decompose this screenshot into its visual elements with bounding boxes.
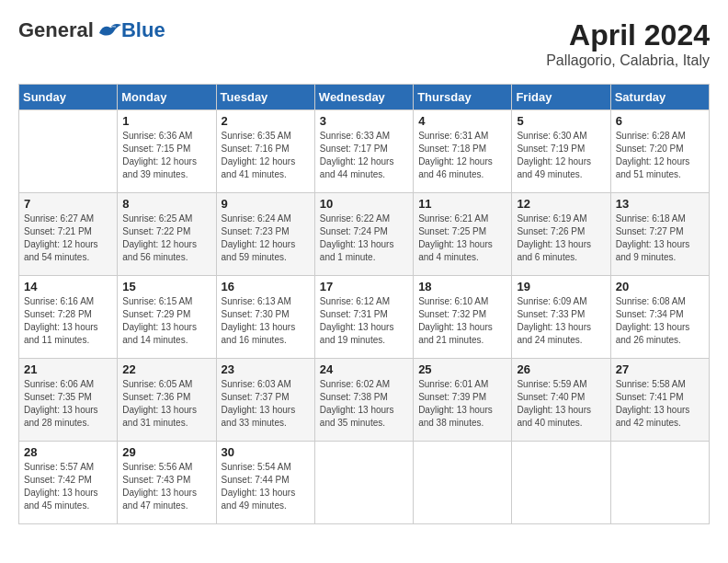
col-header-friday: Friday bbox=[512, 85, 610, 110]
cell-info: Sunrise: 6:02 AMSunset: 7:38 PMDaylight:… bbox=[320, 378, 408, 430]
day-number: 7 bbox=[24, 197, 112, 211]
calendar-cell: 1Sunrise: 6:36 AMSunset: 7:15 PMDaylight… bbox=[118, 110, 216, 193]
calendar-week-3: 14Sunrise: 6:16 AMSunset: 7:28 PMDayligh… bbox=[19, 276, 710, 359]
calendar-cell: 9Sunrise: 6:24 AMSunset: 7:23 PMDaylight… bbox=[216, 193, 314, 276]
calendar-cell: 10Sunrise: 6:22 AMSunset: 7:24 PMDayligh… bbox=[314, 193, 413, 276]
cell-info: Sunrise: 6:09 AMSunset: 7:33 PMDaylight:… bbox=[517, 295, 605, 347]
day-number: 4 bbox=[418, 114, 506, 128]
day-number: 30 bbox=[222, 445, 310, 459]
calendar-cell: 7Sunrise: 6:27 AMSunset: 7:21 PMDaylight… bbox=[19, 193, 118, 276]
calendar-cell: 8Sunrise: 6:25 AMSunset: 7:22 PMDaylight… bbox=[118, 193, 216, 276]
day-number: 16 bbox=[222, 280, 310, 293]
day-number: 23 bbox=[222, 362, 310, 376]
calendar-cell: 15Sunrise: 6:15 AMSunset: 7:29 PMDayligh… bbox=[118, 276, 216, 359]
col-header-saturday: Saturday bbox=[610, 85, 709, 110]
cell-info: Sunrise: 6:08 AMSunset: 7:34 PMDaylight:… bbox=[616, 295, 704, 347]
day-number: 10 bbox=[320, 197, 408, 211]
logo-general: General bbox=[18, 18, 94, 42]
calendar-cell: 30Sunrise: 5:54 AMSunset: 7:44 PMDayligh… bbox=[216, 442, 314, 524]
calendar-cell: 22Sunrise: 6:05 AMSunset: 7:36 PMDayligh… bbox=[118, 359, 216, 442]
calendar-cell: 13Sunrise: 6:18 AMSunset: 7:27 PMDayligh… bbox=[610, 193, 709, 276]
cell-info: Sunrise: 6:22 AMSunset: 7:24 PMDaylight:… bbox=[320, 213, 408, 264]
day-number: 12 bbox=[517, 197, 605, 211]
day-number: 17 bbox=[320, 280, 408, 293]
day-number: 28 bbox=[24, 445, 112, 459]
day-number: 14 bbox=[24, 280, 112, 293]
cell-info: Sunrise: 6:12 AMSunset: 7:31 PMDaylight:… bbox=[320, 295, 408, 347]
calendar-table: SundayMondayTuesdayWednesdayThursdayFrid… bbox=[18, 84, 710, 524]
calendar-cell: 11Sunrise: 6:21 AMSunset: 7:25 PMDayligh… bbox=[414, 193, 512, 276]
calendar-cell: 18Sunrise: 6:10 AMSunset: 7:32 PMDayligh… bbox=[414, 276, 512, 359]
cell-info: Sunrise: 5:56 AMSunset: 7:43 PMDaylight:… bbox=[122, 461, 210, 512]
cell-info: Sunrise: 5:59 AMSunset: 7:40 PMDaylight:… bbox=[517, 378, 605, 430]
day-number: 1 bbox=[122, 114, 210, 128]
page-header: General Blue April 2024 Pallagorio, Cala… bbox=[18, 18, 710, 69]
col-header-monday: Monday bbox=[118, 85, 216, 110]
cell-info: Sunrise: 6:35 AMSunset: 7:16 PMDaylight:… bbox=[222, 130, 310, 181]
day-number: 15 bbox=[122, 280, 210, 293]
col-header-tuesday: Tuesday bbox=[216, 85, 314, 110]
cell-info: Sunrise: 6:10 AMSunset: 7:32 PMDaylight:… bbox=[418, 295, 506, 347]
cell-info: Sunrise: 6:27 AMSunset: 7:21 PMDaylight:… bbox=[24, 213, 112, 264]
cell-info: Sunrise: 6:25 AMSunset: 7:22 PMDaylight:… bbox=[122, 213, 210, 264]
cell-info: Sunrise: 5:57 AMSunset: 7:42 PMDaylight:… bbox=[24, 461, 112, 512]
day-number: 3 bbox=[320, 114, 408, 128]
day-number: 5 bbox=[517, 114, 605, 128]
calendar-week-5: 28Sunrise: 5:57 AMSunset: 7:42 PMDayligh… bbox=[19, 442, 710, 524]
cell-info: Sunrise: 6:33 AMSunset: 7:17 PMDaylight:… bbox=[320, 130, 408, 181]
cell-info: Sunrise: 5:54 AMSunset: 7:44 PMDaylight:… bbox=[222, 461, 310, 512]
day-number: 11 bbox=[418, 197, 506, 211]
calendar-week-2: 7Sunrise: 6:27 AMSunset: 7:21 PMDaylight… bbox=[19, 193, 710, 276]
calendar-header-row: SundayMondayTuesdayWednesdayThursdayFrid… bbox=[19, 85, 710, 110]
calendar-cell: 2Sunrise: 6:35 AMSunset: 7:16 PMDaylight… bbox=[216, 110, 314, 193]
calendar-cell: 4Sunrise: 6:31 AMSunset: 7:18 PMDaylight… bbox=[414, 110, 512, 193]
col-header-thursday: Thursday bbox=[414, 85, 512, 110]
day-number: 29 bbox=[122, 445, 210, 459]
location-subtitle: Pallagorio, Calabria, Italy bbox=[546, 52, 710, 69]
calendar-cell: 25Sunrise: 6:01 AMSunset: 7:39 PMDayligh… bbox=[414, 359, 512, 442]
day-number: 18 bbox=[418, 280, 506, 293]
day-number: 20 bbox=[616, 280, 704, 293]
day-number: 13 bbox=[616, 197, 704, 211]
day-number: 8 bbox=[122, 197, 210, 211]
day-number: 24 bbox=[320, 362, 408, 376]
calendar-cell bbox=[414, 442, 512, 524]
cell-info: Sunrise: 6:19 AMSunset: 7:26 PMDaylight:… bbox=[517, 213, 605, 264]
month-year-title: April 2024 bbox=[546, 18, 710, 52]
cell-info: Sunrise: 6:18 AMSunset: 7:27 PMDaylight:… bbox=[616, 213, 704, 264]
calendar-cell: 19Sunrise: 6:09 AMSunset: 7:33 PMDayligh… bbox=[512, 276, 610, 359]
calendar-week-4: 21Sunrise: 6:06 AMSunset: 7:35 PMDayligh… bbox=[19, 359, 710, 442]
logo: General Blue bbox=[18, 18, 165, 42]
cell-info: Sunrise: 6:16 AMSunset: 7:28 PMDaylight:… bbox=[24, 295, 112, 347]
cell-info: Sunrise: 6:31 AMSunset: 7:18 PMDaylight:… bbox=[418, 130, 506, 181]
day-number: 26 bbox=[517, 362, 605, 376]
day-number: 27 bbox=[616, 362, 704, 376]
calendar-cell: 24Sunrise: 6:02 AMSunset: 7:38 PMDayligh… bbox=[314, 359, 413, 442]
logo-bird-icon bbox=[96, 20, 121, 40]
cell-info: Sunrise: 6:03 AMSunset: 7:37 PMDaylight:… bbox=[222, 378, 310, 430]
calendar-cell: 14Sunrise: 6:16 AMSunset: 7:28 PMDayligh… bbox=[19, 276, 118, 359]
calendar-cell: 26Sunrise: 5:59 AMSunset: 7:40 PMDayligh… bbox=[512, 359, 610, 442]
day-number: 2 bbox=[222, 114, 310, 128]
day-number: 19 bbox=[517, 280, 605, 293]
title-block: April 2024 Pallagorio, Calabria, Italy bbox=[546, 18, 710, 69]
calendar-cell bbox=[512, 442, 610, 524]
calendar-cell: 28Sunrise: 5:57 AMSunset: 7:42 PMDayligh… bbox=[19, 442, 118, 524]
calendar-cell bbox=[19, 110, 118, 193]
col-header-wednesday: Wednesday bbox=[314, 85, 413, 110]
day-number: 6 bbox=[616, 114, 704, 128]
calendar-cell: 20Sunrise: 6:08 AMSunset: 7:34 PMDayligh… bbox=[610, 276, 709, 359]
cell-info: Sunrise: 6:36 AMSunset: 7:15 PMDaylight:… bbox=[122, 130, 210, 181]
logo-blue: Blue bbox=[121, 18, 165, 42]
cell-info: Sunrise: 5:58 AMSunset: 7:41 PMDaylight:… bbox=[616, 378, 704, 430]
cell-info: Sunrise: 6:24 AMSunset: 7:23 PMDaylight:… bbox=[222, 213, 310, 264]
calendar-cell: 23Sunrise: 6:03 AMSunset: 7:37 PMDayligh… bbox=[216, 359, 314, 442]
cell-info: Sunrise: 6:15 AMSunset: 7:29 PMDaylight:… bbox=[122, 295, 210, 347]
calendar-cell: 6Sunrise: 6:28 AMSunset: 7:20 PMDaylight… bbox=[610, 110, 709, 193]
calendar-cell: 16Sunrise: 6:13 AMSunset: 7:30 PMDayligh… bbox=[216, 276, 314, 359]
cell-info: Sunrise: 6:21 AMSunset: 7:25 PMDaylight:… bbox=[418, 213, 506, 264]
calendar-cell: 27Sunrise: 5:58 AMSunset: 7:41 PMDayligh… bbox=[610, 359, 709, 442]
col-header-sunday: Sunday bbox=[19, 85, 118, 110]
calendar-cell: 3Sunrise: 6:33 AMSunset: 7:17 PMDaylight… bbox=[314, 110, 413, 193]
cell-info: Sunrise: 6:06 AMSunset: 7:35 PMDaylight:… bbox=[24, 378, 112, 430]
